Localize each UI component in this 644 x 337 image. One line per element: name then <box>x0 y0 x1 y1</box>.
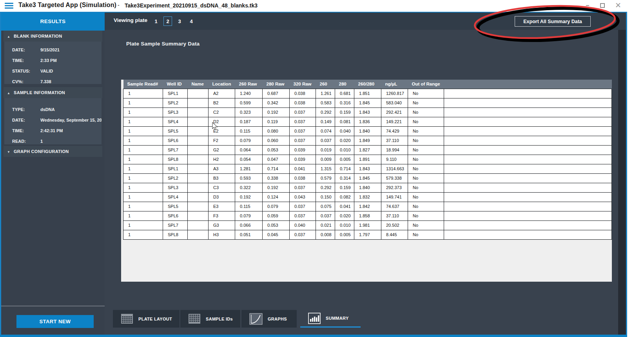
table-cell: 0.681 <box>335 89 354 98</box>
table-cell: 0.041 <box>335 202 354 211</box>
graph-configuration-section-header[interactable]: ▼GRAPH CONFIGURATION <box>4 146 102 157</box>
table-cell: 0.314 <box>335 173 354 183</box>
table-cell: 149.221 <box>381 117 408 126</box>
table-cell-filler <box>444 192 612 202</box>
table-cell: SPL8 <box>163 230 188 239</box>
collapse-icon: ▲ <box>4 88 14 99</box>
table-cell <box>188 183 209 192</box>
table-cell: SPL7 <box>163 220 188 230</box>
field-label: READ: <box>12 139 40 144</box>
field-label: STATUS: <box>12 69 40 73</box>
column-header: 260 <box>316 80 335 89</box>
column-header: Well ID <box>163 80 188 89</box>
column-header: 260 Raw <box>235 80 263 89</box>
blank-information-panel: DATE:9/15/2021 TIME:2:33 PM STATUS:VALID… <box>4 42 102 84</box>
table-cell: SPL2 <box>163 98 188 107</box>
table-cell: 0.038 <box>290 89 316 98</box>
table-cell: 1 <box>123 145 163 155</box>
tab-sample-ids[interactable]: SAMPLE IDs <box>180 310 240 328</box>
table-cell-filler <box>444 98 612 107</box>
table-cell: 0.074 <box>316 126 335 136</box>
table-cell: 0.053 <box>263 220 290 230</box>
maximize-icon <box>600 3 605 8</box>
table-cell: 1.843 <box>354 107 381 117</box>
table-row: 1SPL5E20.1150.0800.0370.0740.0401.84074.… <box>123 126 612 136</box>
table-cell: 0.593 <box>235 173 263 183</box>
table-cell: SPL7 <box>163 145 188 155</box>
table-cell: 0.079 <box>235 211 263 220</box>
table-cell-filler <box>444 173 612 183</box>
table-row: 1SPL3C20.3230.1920.0370.2920.1591.843292… <box>123 107 612 117</box>
table-cell-filler <box>444 164 612 173</box>
table-cell: No <box>408 164 444 173</box>
table-cell: SPL2 <box>163 173 188 183</box>
table-cell: No <box>408 98 444 107</box>
tab-summary[interactable]: SUMMARY <box>300 310 361 328</box>
table-cell: A3 <box>209 164 235 173</box>
blank-information-section-header[interactable]: ▲BLANK INFORMATION <box>4 31 102 42</box>
field-label: CV%: <box>12 79 40 84</box>
hamburger-menu-icon[interactable] <box>5 3 13 9</box>
title-separator: - <box>118 2 120 8</box>
table-cell: 579.338 <box>381 173 408 183</box>
tab-plate-layout[interactable]: PLATE LAYOUT <box>113 310 180 328</box>
field-row: TYPE:dsDNA <box>4 107 102 112</box>
table-cell: 0.064 <box>235 145 263 155</box>
field-row: CV%:7.338 <box>4 79 102 84</box>
plate-button-3[interactable]: 3 <box>175 16 184 26</box>
table-cell: 74.637 <box>381 202 408 211</box>
table-row: 1SPL7G20.0640.0530.0390.0190.0101.82718.… <box>123 145 612 155</box>
table-cell: SPL3 <box>163 107 188 117</box>
field-row: READ:1 <box>4 139 102 144</box>
table-cell: 0.051 <box>235 230 263 239</box>
table-cell: 292.373 <box>381 183 408 192</box>
table-cell: 1.858 <box>354 211 381 220</box>
plate-button-2[interactable]: 2 <box>163 16 172 26</box>
table-cell: No <box>408 211 444 220</box>
table-cell: SPL1 <box>163 164 188 173</box>
plate-button-4[interactable]: 4 <box>187 16 196 26</box>
column-header: Location <box>209 80 235 89</box>
table-cell: 0.010 <box>335 220 354 230</box>
table-cell <box>188 155 209 164</box>
table-cell <box>188 173 209 183</box>
table-cell-filler <box>444 117 612 126</box>
table-cell: 0.054 <box>235 155 263 164</box>
field-label: DATE: <box>12 47 40 52</box>
table-cell <box>188 164 209 173</box>
table-cell: 0.021 <box>316 220 335 230</box>
table-cell: No <box>408 183 444 192</box>
table-cell: G2 <box>209 145 235 155</box>
export-all-summary-data-button[interactable]: Export All Summary Data <box>515 16 591 27</box>
maximize-button[interactable] <box>597 0 608 11</box>
table-cell: 0.583 <box>316 98 335 107</box>
field-row: TIME:2:33 PM <box>4 58 102 63</box>
plate-button-1[interactable]: 1 <box>152 16 160 26</box>
table-cell: 0.075 <box>316 202 335 211</box>
table-row: 1SPL6F20.0790.0600.0370.0370.0201.84937.… <box>123 136 612 145</box>
tab-label: GRAPHS <box>268 317 287 321</box>
table-cell: No <box>408 173 444 183</box>
table-row: 1SPL1A31.2810.7140.0411.3150.7141.843131… <box>123 164 612 173</box>
minimize-button[interactable]: – <box>582 0 593 11</box>
field-value: dsDNA <box>40 107 55 112</box>
table-cell: 0.159 <box>335 107 354 117</box>
table-cell: 0.579 <box>316 173 335 183</box>
tab-graphs[interactable]: GRAPHS <box>241 310 297 328</box>
table-cell: H3 <box>209 230 235 239</box>
start-new-button[interactable]: START NEW <box>16 315 94 328</box>
field-value: 9/15/2021 <box>40 47 60 52</box>
scrollbar-gutter[interactable] <box>618 30 626 335</box>
table-cell: B2 <box>209 98 235 107</box>
sample-information-section-header[interactable]: ▲SAMPLE INFORMATION <box>4 87 102 98</box>
table-cell: 1314.663 <box>381 164 408 173</box>
field-value: 2:33 PM <box>40 58 57 63</box>
collapse-icon: ▼ <box>4 147 14 158</box>
table-cell: 0.038 <box>290 98 316 107</box>
table-cell: 0.115 <box>235 202 263 211</box>
column-header: Out of Range <box>408 80 444 89</box>
table-cell: 0.009 <box>316 155 335 164</box>
close-button[interactable]: ✕ <box>612 0 624 11</box>
bottom-accent-bar <box>0 335 627 337</box>
table-cell: 1.315 <box>316 164 335 173</box>
